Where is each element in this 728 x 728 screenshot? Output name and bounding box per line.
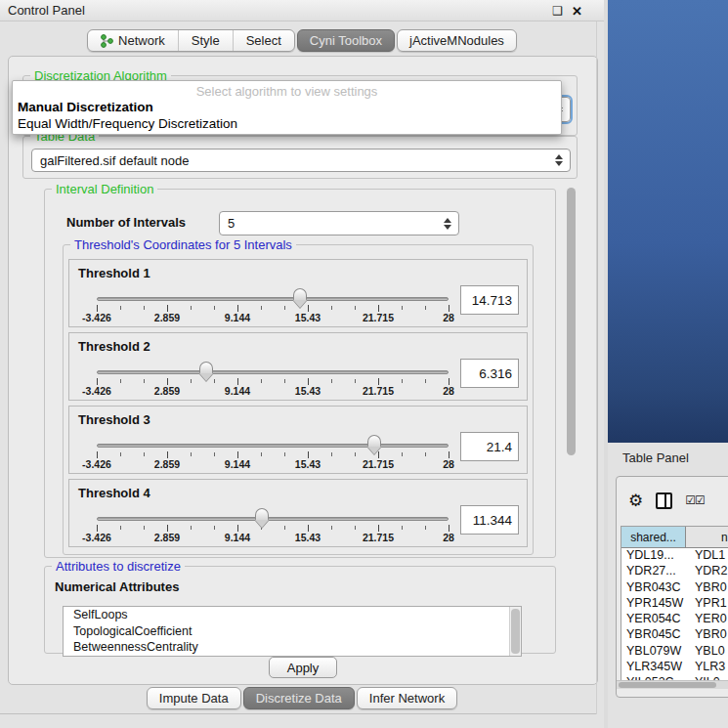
- table-horizontal-scrollbar[interactable]: [617, 680, 728, 689]
- tick-labels: -3.4262.8599.14415.4321.71528: [97, 532, 449, 543]
- tick-label: 21.715: [363, 312, 394, 323]
- table-row[interactable]: YPR145WYPR1: [621, 596, 728, 612]
- close-panel-icon[interactable]: ✕: [572, 4, 582, 19]
- attributes-group: Attributes to discretize Numerical Attri…: [44, 566, 556, 654]
- table-panel-title: Table Panel: [622, 450, 689, 465]
- split-columns-icon[interactable]: [656, 492, 672, 509]
- threshold-value[interactable]: 21.4: [460, 432, 519, 461]
- attribute-list-item[interactable]: TopologicalCoefficient: [64, 623, 521, 640]
- attribute-list-item[interactable]: SelfLoops: [64, 607, 521, 623]
- tick-label: 9.144: [225, 385, 250, 397]
- attr-items: SelfLoopsTopologicalCoefficientBetweenne…: [64, 607, 521, 656]
- table-row[interactable]: YER054CYER0: [621, 612, 728, 627]
- threshold-value[interactable]: 6.316: [460, 359, 519, 388]
- attribute-list-item[interactable]: BetweennessCentrality: [64, 639, 521, 656]
- screen: Control Panel ❑ ✕ Network Sty: [0, 0, 728, 728]
- column-header-shared[interactable]: shared...: [621, 527, 686, 548]
- table-row[interactable]: YDR27...YDR2: [621, 564, 728, 579]
- slider-thumb[interactable]: [293, 288, 307, 300]
- slider-thumb[interactable]: [255, 508, 269, 520]
- table-data-combo[interactable]: galFiltered.sif default node: [31, 149, 571, 172]
- number-of-intervals-combo[interactable]: 5: [219, 211, 459, 236]
- tab-infer-network[interactable]: Infer Network: [357, 687, 457, 709]
- table-row[interactable]: YLR345WYLR3: [621, 660, 728, 675]
- popup-item-manual-discretization[interactable]: Manual Discretization: [13, 99, 561, 115]
- threshold-slider[interactable]: -3.4262.8599.14415.4321.71528: [97, 407, 449, 475]
- tab-style[interactable]: Style: [179, 30, 234, 51]
- numerical-attributes-list[interactable]: SelfLoopsTopologicalCoefficientBetweenne…: [63, 606, 522, 657]
- table-header-row: shared... n: [621, 527, 728, 548]
- tick-labels: -3.4262.8599.14415.4321.71528: [97, 385, 449, 397]
- slider-thumb[interactable]: [367, 435, 381, 447]
- table-data-combo-value: galFiltered.sif default node: [40, 153, 189, 168]
- apply-button[interactable]: Apply: [269, 657, 337, 678]
- panel-bottom-border: [0, 713, 596, 714]
- table-row[interactable]: YBL079WYBL0: [621, 644, 728, 660]
- stepper-arrows-icon: [444, 218, 451, 230]
- tick-label: 15.43: [295, 312, 321, 323]
- float-window-icon[interactable]: ❑: [552, 4, 563, 18]
- checkbox-pair-icon[interactable]: ☑☑: [685, 493, 705, 507]
- tab-discretize-data[interactable]: Discretize Data: [243, 687, 355, 709]
- slider-major-ticks: [97, 378, 450, 385]
- node-table[interactable]: shared... n YDL19...YDL1YDR27...YDR2YBR0…: [621, 526, 728, 684]
- network-icon: [101, 34, 113, 48]
- table-data-group: Table Data galFiltered.sif default node: [22, 136, 578, 179]
- attr-list-scrollbar[interactable]: [509, 607, 521, 656]
- slider-major-ticks: [97, 525, 450, 532]
- algorithm-dropdown-popup: Select algorithm to view settings Manual…: [12, 80, 562, 135]
- tick-label: 2.859: [154, 458, 180, 470]
- table-row[interactable]: YDL19...YDL1: [621, 548, 728, 564]
- slider-track[interactable]: [97, 297, 449, 301]
- settings-vertical-scrollbar[interactable]: [565, 182, 578, 680]
- slider-track[interactable]: [97, 370, 449, 374]
- table-row[interactable]: YBR045CYBR0: [621, 627, 728, 643]
- control-panel-title: Control Panel: [8, 3, 85, 18]
- top-tabstrip: Network Style Select Cyni Toolbox jActiv…: [0, 29, 604, 55]
- tick-label: 15.43: [295, 532, 321, 543]
- tab-jactivemnodules[interactable]: jActiveMNodules: [397, 29, 517, 52]
- panel-right-border: [596, 21, 597, 714]
- threshold-box: Threshold 1 -3.4262.8599.14415.4321.7152…: [68, 259, 528, 327]
- attributes-group-title: Attributes to discretize: [52, 559, 185, 574]
- threshold-box: Threshold 4 -3.4262.8599.14415.4321.7152…: [68, 479, 528, 547]
- control-panel: Control Panel ❑ ✕ Network Sty: [0, 0, 604, 728]
- tick-label: 15.43: [295, 385, 321, 397]
- slider-major-ticks: [97, 451, 450, 458]
- cyni-content-panel: Discretization Algorithm Table Data galF…: [8, 56, 598, 685]
- tab-cyni-toolbox[interactable]: Cyni Toolbox: [297, 29, 395, 52]
- table-panel: Table Panel ⚙ ☑☑ shared... n YDL19...YDL…: [608, 443, 728, 728]
- slider-track[interactable]: [97, 517, 449, 521]
- popup-item-equal-width[interactable]: Equal Width/Frequency Discretization: [13, 115, 561, 132]
- tick-label: 21.715: [363, 532, 394, 543]
- algorithm-popup-hint: Select algorithm to view settings: [13, 81, 561, 99]
- tab-group-left: Network Style Select: [87, 29, 295, 52]
- tick-label: 28: [443, 458, 454, 470]
- tick-label: -3.426: [82, 385, 111, 397]
- threshold-value[interactable]: 14.713: [460, 285, 519, 315]
- gear-icon[interactable]: ⚙: [628, 492, 643, 509]
- tick-label: -3.426: [82, 532, 111, 543]
- threshold-box: Threshold 3 -3.4262.8599.14415.4321.7152…: [68, 406, 528, 474]
- scrollbar-thumb[interactable]: [567, 188, 576, 455]
- threshold-slider[interactable]: -3.4262.8599.14415.4321.71528: [97, 333, 449, 402]
- table-row[interactable]: YBR043CYBR0: [621, 580, 728, 596]
- slider-track[interactable]: [97, 444, 449, 448]
- tab-impute-data[interactable]: Impute Data: [147, 687, 241, 709]
- column-header-name[interactable]: n: [686, 527, 728, 548]
- tick-label: 2.859: [154, 385, 180, 397]
- tab-select[interactable]: Select: [234, 30, 294, 51]
- numerical-attributes-label: Numerical Attributes: [55, 579, 179, 594]
- network-desktop-frame: GAL80GACGAL11GAL4GCY1HHAP2: [608, 0, 728, 443]
- threshold-slider[interactable]: -3.4262.8599.14415.4321.71528: [97, 260, 449, 328]
- hscroll-thumb[interactable]: [619, 682, 716, 688]
- threshold-value[interactable]: 11.344: [460, 505, 519, 535]
- tab-network[interactable]: Network: [88, 30, 179, 51]
- control-panel-titlebar: Control Panel ❑ ✕: [0, 0, 604, 21]
- tick-label: -3.426: [82, 312, 111, 323]
- slider-thumb[interactable]: [199, 362, 213, 373]
- tick-label: 15.43: [295, 458, 321, 470]
- tick-label: 21.715: [363, 385, 394, 397]
- threshold-slider[interactable]: -3.4262.8599.14415.4321.71528: [97, 480, 449, 548]
- interval-definition-group-title: Interval Definition: [52, 182, 157, 196]
